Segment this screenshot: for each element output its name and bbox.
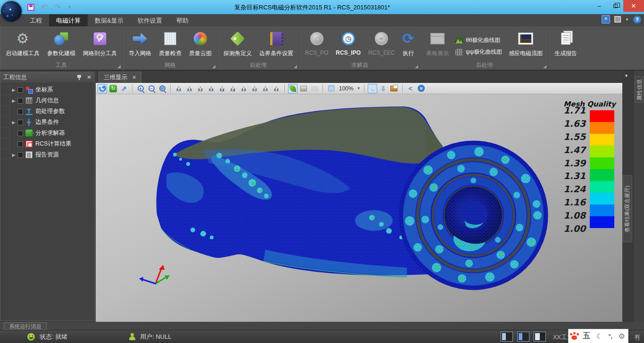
ime-toolbar[interactable]: 五 ☾ °, ⚙ [568,329,628,343]
quality-check-button[interactable]: 质量检查 [155,28,185,57]
points-mode-button[interactable] [310,84,319,93]
view-preset-button-2[interactable]: yz x [185,84,194,93]
generate-report-button[interactable]: 生成报告 [551,28,581,57]
menu-tab-settings[interactable]: 软件设置 [131,14,169,26]
tree-item-rcs-results[interactable]: RCS计算结果 [0,139,94,149]
close-view-button[interactable]: ✕ [417,84,426,93]
view-preset-button-5[interactable]: xz y [217,84,227,93]
zoom-dropdown-icon[interactable]: ▼ [357,86,361,90]
tree-item-analysis-solver[interactable]: 分析求解器 [0,128,94,139]
checkbox[interactable] [17,131,23,136]
system-messages-tab[interactable]: 系统运行消息 [4,322,47,330]
collapse-ribbon-button[interactable]: ^ [602,15,610,24]
expand-arrow-icon[interactable]: ▶ [10,153,17,157]
rotate-tool-button[interactable] [98,84,107,93]
3d-viewport[interactable]: Mesh Quality 1.711.63 1.551.47 1.391.31 … [96,94,622,322]
tab-close-icon[interactable]: ✕ [132,74,136,81]
tree-item-coordinate-system[interactable]: ▶ 坐标系 [0,84,94,95]
curve-select-button[interactable]: ◟ [368,84,377,93]
minimize-button[interactable]: – [591,0,607,12]
zoom-in-button[interactable]: + [136,84,145,93]
ime-wubi-mode[interactable]: 五 [583,331,590,341]
view-preset-button-9[interactable]: yz x [261,84,270,93]
view-preset-button-7[interactable]: yz x [239,84,248,93]
checkbox[interactable] [17,109,23,114]
save-icon[interactable] [27,4,34,11]
display-style-icon[interactable] [614,16,621,23]
view-preset-button-8[interactable]: yx z [250,84,259,93]
checkbox[interactable] [17,141,23,147]
menu-tab-em-compute[interactable]: 电磁计算 [49,14,88,26]
view-preset-button-10[interactable]: yx z [272,84,281,93]
checkbox[interactable] [17,120,23,125]
view-preset-button-3[interactable]: yx z [196,84,205,93]
launch-modeler-button[interactable]: ⚙ 启动建模工具 [2,28,43,57]
quick-access-more-icon[interactable]: ▼ [68,5,72,9]
psi-polar-curve-button[interactable]: ψψ极化曲线图 [453,48,505,56]
expand-arrow-icon[interactable]: ▶ [10,88,17,92]
zoom-level-icon-button[interactable] [326,84,336,93]
dialog-launcher-icon[interactable] [543,65,546,68]
title-bar[interactable]: ↶ ↷ ▼ 复杂目标RCS电磁分析软件2015 R1 - RCS_2015031… [0,0,644,14]
share-button[interactable]: < [406,84,415,93]
capture-button[interactable] [389,84,399,93]
flat-mode-button[interactable] [299,84,308,93]
menu-tab-data-display[interactable]: 数据&显示 [88,14,131,26]
zoom-out-button[interactable]: − [147,84,156,93]
parametric-modeling-button[interactable]: 参数化建模 [43,28,79,57]
probe-angle-button[interactable]: 探测角定义 [220,28,256,57]
pin-icon[interactable] [77,75,81,80]
execute-button[interactable]: ⟳ 执行 [399,28,418,57]
rcs-eec-button[interactable]: RCS_EEC [364,28,399,56]
expand-arrow-icon[interactable]: ▶ [10,98,17,103]
view-preset-button-6[interactable]: xz y [228,84,238,93]
dialog-launcher-icon[interactable] [415,65,418,68]
checkbox[interactable] [17,87,23,93]
zoom-fit-button[interactable]: ⊕ [157,84,167,93]
table-display-button[interactable]: 表格展示 [422,28,453,57]
undo-icon[interactable]: ↶ [41,3,48,11]
rcs-ipo-button[interactable]: ◷ RCS_IPO [332,28,364,56]
tree-item-report-resources[interactable]: ▶ 报告资源 [0,149,94,160]
close-button[interactable]: ✕ [623,0,644,12]
view-preset-button-4[interactable]: yz x [206,84,216,93]
dialog-launcher-icon[interactable] [117,65,121,68]
mesh-partition-tool-button[interactable]: 网格剖分工具 [79,28,121,57]
induced-current-map-button[interactable]: 感应电磁流图 [505,28,546,57]
arrow-down-button[interactable]: ⇩ [379,84,388,93]
ime-settings-gear-icon[interactable]: ⚙ [618,332,625,341]
properties-tab[interactable]: 属性信息 [635,76,644,103]
strip-dropdown-icon[interactable]: ▼ [624,74,628,78]
rcs-po-button[interactable]: RCS_PO [301,28,332,56]
layout-split-button[interactable] [517,332,529,342]
shaded-mode-button[interactable] [288,84,297,93]
dialog-launcher-icon[interactable] [212,65,215,68]
layout-wide-panel-button[interactable] [534,332,546,342]
pan-tool-button[interactable]: ⇗ [119,84,129,93]
ime-punctuation-mode[interactable]: °, [608,333,612,340]
boundary-condition-button[interactable]: 边界条件设置 [256,28,297,57]
panel-close-icon[interactable]: ✕ [87,74,91,81]
display-style-dropdown-icon[interactable]: ▼ [625,17,629,22]
ime-paw-icon[interactable] [571,335,577,340]
tab-3d-display[interactable]: 三维显示 ✕ [99,72,141,83]
moon-icon[interactable]: ☾ [596,332,603,341]
tree-item-geometry-info[interactable]: ▶ 几何信息 [0,95,94,106]
checkbox[interactable] [17,152,23,158]
checkbox[interactable] [17,98,23,104]
menu-tab-project[interactable]: 工程 [23,14,49,26]
app-logo[interactable] [1,1,22,22]
import-mesh-button[interactable]: 导入网格 [125,28,155,57]
redo-icon[interactable]: ↷ [54,3,61,11]
restore-button[interactable] [607,0,623,12]
layout-left-panel-button[interactable] [501,332,513,342]
help-button[interactable]: ? [633,16,641,24]
dialog-launcher-icon[interactable] [294,65,297,68]
menu-tab-help[interactable]: 帮助 [169,14,196,26]
quality-cloud-button[interactable]: 质量云图 [185,28,215,57]
spin-tool-button[interactable]: ↻ [108,84,118,93]
theta-polar-curve-button[interactable]: θθ极化曲线图 [453,36,505,44]
view-results-tab[interactable]: 查看结果(双击展开) [623,175,632,242]
tree-item-preprocess-params[interactable]: T 前处理参数 [0,106,94,117]
expand-arrow-icon[interactable]: ▶ [10,120,17,125]
